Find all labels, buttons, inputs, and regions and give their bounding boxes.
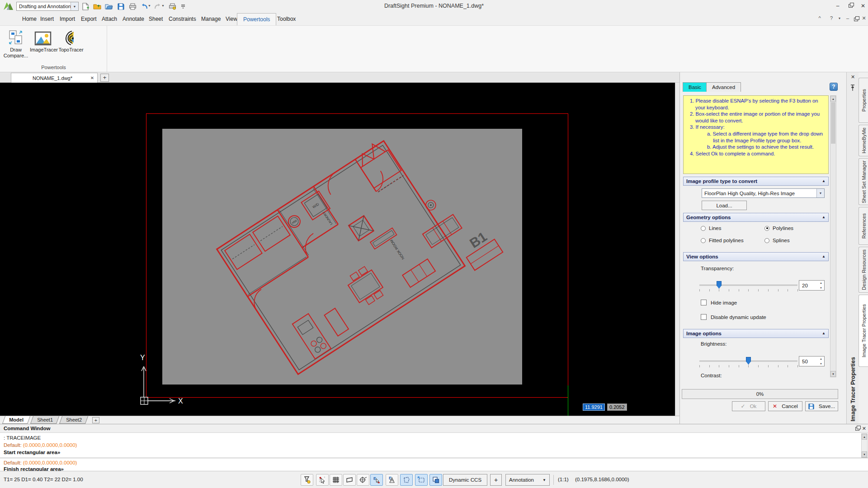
collapse-icon[interactable]: ▲ xyxy=(822,253,826,261)
sheet-tab-model[interactable]: Model xyxy=(2,416,30,424)
brightness-slider-handle[interactable] xyxy=(746,357,751,365)
overlap-selection-toggle[interactable] xyxy=(429,474,442,486)
ribbon-help-icon[interactable]: ? xyxy=(827,15,835,21)
transparency-slider-track[interactable] xyxy=(699,285,797,286)
float-panel-icon[interactable] xyxy=(855,427,859,431)
checkbox-icon[interactable] xyxy=(701,314,707,320)
add-status-button[interactable]: + xyxy=(490,474,502,486)
section-header-profile[interactable]: Image profile type to convert ▲ xyxy=(683,177,829,186)
panel-scrollbar[interactable]: ▲ ▼ xyxy=(830,95,836,377)
section-header-view[interactable]: View options ▲ xyxy=(683,252,829,261)
scroll-down-icon[interactable]: ▼ xyxy=(830,371,836,377)
ribbon-tab-powertools[interactable]: Powertools xyxy=(237,13,276,25)
tab-basic[interactable]: Basic xyxy=(683,82,707,92)
customize-qat-button[interactable] xyxy=(178,2,188,11)
redo-dropdown-caret[interactable]: ▼ xyxy=(161,4,165,7)
section-header-image[interactable]: Image options ▲ xyxy=(683,329,829,338)
drawing-canvas[interactable]: HW W/D LAUNDRY xyxy=(0,83,679,416)
workspace-select[interactable]: Drafting and Annotation ▼ xyxy=(16,2,79,11)
radio-icon-selected[interactable] xyxy=(764,226,769,231)
scroll-up-icon[interactable]: ▲ xyxy=(862,434,867,440)
side-tab-image-tracer-properties[interactable]: Image Tracer Properties xyxy=(859,295,868,367)
chevron-down-icon[interactable]: ▼ xyxy=(816,189,824,197)
radio-icon[interactable] xyxy=(764,238,769,243)
tab-advanced[interactable]: Advanced xyxy=(706,82,741,92)
polar-tracking-toggle[interactable] xyxy=(357,474,369,486)
doc-restore-button[interactable] xyxy=(852,17,860,22)
radio-fitted-polylines[interactable]: Fitted polylines xyxy=(701,238,744,243)
radio-icon[interactable] xyxy=(701,238,706,243)
topotracer-button[interactable]: TopoTracer xyxy=(58,28,84,62)
draw-compare-button[interactable]: Draw Compare... xyxy=(3,28,29,62)
chevron-down-icon[interactable]: ▼ xyxy=(71,2,78,10)
load-button[interactable]: Load... xyxy=(702,201,747,210)
document-tab[interactable]: NONAME_1.dwg* ✕ xyxy=(11,73,98,83)
add-sheet-button[interactable]: + xyxy=(92,417,99,423)
dynamic-input-x[interactable]: 11.9291 xyxy=(583,404,605,411)
spin-down-icon[interactable]: ▼ xyxy=(818,286,824,291)
doc-close-button[interactable]: ✕ xyxy=(860,15,868,21)
snap-filter-toggle[interactable] xyxy=(301,474,313,486)
scrollbar-thumb[interactable] xyxy=(831,102,835,144)
open-file-button[interactable] xyxy=(92,2,102,11)
command-window[interactable]: Command Window ✕ : TRACEIMAGE Default: (… xyxy=(0,424,868,471)
document-tab-close-icon[interactable]: ✕ xyxy=(87,75,97,80)
radio-icon[interactable] xyxy=(701,226,706,231)
undo-dropdown-caret[interactable]: ▼ xyxy=(148,4,151,7)
ribbon-tab-toolbox[interactable]: Toolbox xyxy=(271,13,302,25)
spin-up-icon[interactable]: ▲ xyxy=(818,281,824,286)
dynamic-ccs-button[interactable]: Dynamic CCS xyxy=(443,474,487,486)
batch-print-button[interactable] xyxy=(167,2,177,11)
ortho-toggle[interactable] xyxy=(343,474,356,486)
esnap-toggle[interactable]: E xyxy=(370,474,383,486)
scroll-up-icon[interactable]: ▲ xyxy=(830,96,836,102)
sheet-tab-sheet2[interactable]: Sheet2 xyxy=(59,416,88,424)
spin-up-icon[interactable]: ▲ xyxy=(818,357,824,361)
print-button[interactable] xyxy=(127,2,137,11)
radio-lines[interactable]: Lines xyxy=(701,225,722,231)
transparency-value[interactable]: 20 xyxy=(799,283,818,288)
open-drawing-button[interactable] xyxy=(104,2,114,11)
transparency-slider-handle[interactable] xyxy=(717,281,722,289)
spin-down-icon[interactable]: ▼ xyxy=(818,361,824,366)
new-document-tab-button[interactable]: + xyxy=(100,74,109,82)
sheet-tab-sheet1[interactable]: Sheet1 xyxy=(30,416,59,424)
section-header-geometry[interactable]: Geometry options ▲ xyxy=(683,213,829,222)
radio-splines[interactable]: Splines xyxy=(764,238,790,243)
save-as-button[interactable]: Save... xyxy=(805,401,838,411)
ok-button[interactable]: ✓ Ok xyxy=(732,401,765,411)
brightness-value[interactable]: 50 xyxy=(799,359,818,364)
hide-image-checkbox[interactable]: Hide image xyxy=(701,300,737,305)
close-icon[interactable]: ✕ xyxy=(862,426,866,432)
annotation-scale-select[interactable]: Annotation ▼ xyxy=(505,474,550,486)
entity-selection-toggle[interactable] xyxy=(400,474,413,486)
side-tab-design-resources[interactable]: Design Resources xyxy=(859,247,868,293)
transparency-spinbox[interactable]: 20 ▲▼ xyxy=(799,280,825,291)
window-minimize-button[interactable]: – xyxy=(833,2,843,10)
grid-toggle[interactable] xyxy=(330,474,342,486)
dynamic-input-y[interactable]: 0.2052 xyxy=(607,404,627,411)
disable-dynamic-update-checkbox[interactable]: Disable dynamic update xyxy=(701,314,766,320)
pointer-snap-toggle[interactable] xyxy=(316,474,329,486)
new-file-button[interactable] xyxy=(80,2,90,11)
doc-minimize-button[interactable]: – xyxy=(844,15,852,21)
side-tab-properties[interactable]: Properties xyxy=(859,78,868,123)
side-tab-homebyme[interactable]: HomeByMe xyxy=(859,125,868,156)
radio-polylines[interactable]: Polylines xyxy=(764,225,793,231)
panel-close-button[interactable]: ✕ xyxy=(849,74,857,81)
cancel-button[interactable]: ✕ Cancel xyxy=(768,401,802,411)
etrack-toggle[interactable]: E xyxy=(386,474,398,486)
profile-dropdown[interactable]: FloorPlan High Quality, High-Res Image ▼ xyxy=(702,188,825,198)
side-tab-references[interactable]: References xyxy=(859,207,868,245)
window-close-button[interactable]: ✕ xyxy=(858,2,868,10)
window-restore-button[interactable] xyxy=(845,2,855,10)
collapse-icon[interactable]: ▲ xyxy=(822,329,826,338)
command-prompt-line[interactable]: Default: (0.0000,0.0000,0.0000) xyxy=(4,460,77,465)
side-tab-sheet-set-manager[interactable]: Sheet Set Manager xyxy=(859,158,868,205)
checkbox-icon[interactable] xyxy=(701,300,707,305)
ribbon-help-caret[interactable]: ▼ xyxy=(835,17,844,20)
window-selection-toggle[interactable] xyxy=(415,474,428,486)
command-scrollbar[interactable]: ▲ ▼ xyxy=(861,433,868,458)
scroll-down-icon[interactable]: ▼ xyxy=(862,451,867,457)
brightness-spinbox[interactable]: 50 ▲▼ xyxy=(799,356,825,366)
